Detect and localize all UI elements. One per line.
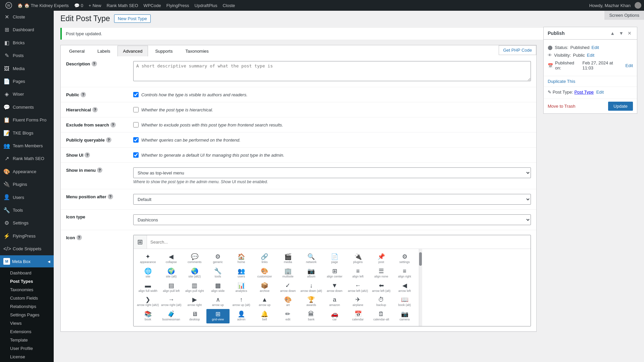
icon-item[interactable]: 🔔bell — [253, 309, 277, 323]
sidebar-item-team-members[interactable]: 👥 Team Members — [0, 140, 54, 152]
tab-advanced[interactable]: Advanced — [117, 46, 148, 56]
submenu-taxonomies[interactable]: Taxonomies — [0, 286, 54, 294]
screen-options-button[interactable]: Screen Options — [604, 11, 644, 20]
post-type-edit-link[interactable]: Edit — [596, 90, 604, 95]
icon-item[interactable]: ▤align pull left — [160, 280, 183, 295]
sidebar-item-flyingpress[interactable]: ⚡ FlyingPress — [0, 230, 54, 243]
icon-item[interactable]: ▼arrow down — [323, 280, 346, 295]
icon-item[interactable]: 👤admin — [230, 309, 253, 323]
icon-item[interactable]: ❯arrow right (alt2) — [136, 295, 160, 309]
tab-taxonomies[interactable]: Taxonomies — [180, 46, 214, 56]
icon-item[interactable]: →arrow right (alt) — [160, 295, 183, 309]
adminbar-comments[interactable]: 💬 0 — [71, 0, 86, 11]
icon-item[interactable]: 🚗car — [323, 309, 346, 323]
icon-item[interactable]: ☰align none — [369, 266, 393, 280]
icon-item[interactable]: 📌post — [369, 252, 393, 266]
adminbar-new-content[interactable]: + New — [86, 0, 104, 11]
tab-supports[interactable]: Supports — [149, 46, 178, 56]
icon-item[interactable]: ✈airplane — [346, 295, 370, 309]
duplicate-this-link[interactable]: Duplicate This — [548, 79, 575, 84]
sidebar-item-dashboard[interactable]: ⊞ Dashboard — [0, 23, 54, 36]
icon-scrollbar[interactable] — [419, 249, 422, 326]
publicly-queryable-checkbox[interactable] — [133, 137, 139, 143]
published-edit-link[interactable]: Edit — [626, 63, 633, 68]
icon-item[interactable]: aamazon — [323, 295, 346, 309]
description-help-icon[interactable]: ? — [92, 61, 97, 66]
icon-item[interactable]: 🌐site — [136, 266, 160, 280]
submenu-license[interactable]: License — [0, 353, 54, 361]
show-ui-checkbox[interactable] — [133, 152, 139, 158]
icon-item[interactable]: 🖥desktop — [183, 309, 206, 323]
show-ui-help-icon[interactable]: ? — [85, 152, 90, 158]
icon-item[interactable]: 🌏site (alt2) — [183, 266, 206, 280]
tab-general[interactable]: General — [63, 46, 90, 56]
postbox-close-button[interactable]: ✕ — [626, 30, 633, 37]
icon-item[interactable]: 📖book (alt) — [393, 295, 416, 309]
sidebar-item-closte[interactable]: ✕ Closte — [0, 11, 54, 23]
icon-item[interactable]: 📊analytics — [230, 280, 253, 295]
sidebar-item-plugins[interactable]: 🔌 Plugins — [0, 178, 54, 191]
icon-item[interactable]: ▬align full width — [136, 280, 160, 295]
status-edit-link[interactable]: Edit — [592, 45, 599, 50]
submenu-settings-pages[interactable]: Settings Pages — [0, 311, 54, 319]
submenu-template[interactable]: Template — [0, 336, 54, 344]
sidebar-item-wiser[interactable]: ◈ Wiser — [0, 88, 54, 101]
icon-item[interactable]: ⚙settings — [393, 252, 416, 266]
icon-item[interactable]: 🧳businessman — [160, 309, 183, 323]
sidebar-item-tools[interactable]: 🔧 Tools — [0, 204, 54, 217]
new-post-type-button[interactable]: New Post Type — [114, 14, 151, 23]
icon-item[interactable]: 💬comments — [183, 252, 206, 266]
icon-item[interactable]: 🎬media — [276, 252, 300, 266]
sidebar-item-appearance[interactable]: 🎨 Appearance — [0, 165, 54, 178]
post-type-value-link[interactable]: Post Type — [574, 90, 594, 95]
icon-item[interactable]: 🗓calendar-alt — [369, 309, 393, 323]
adminbar-rank-math[interactable]: Rank Math SEO — [104, 0, 141, 11]
move-to-trash-link[interactable]: Move to Trash — [548, 104, 575, 109]
icon-item[interactable]: ←arrow left (alt2) — [346, 280, 370, 295]
sidebar-item-rank-math[interactable]: ↗ Rank Math SEO — [0, 152, 54, 165]
sidebar-item-comments[interactable]: 💬 Comments — [0, 101, 54, 114]
submenu-user-profile[interactable]: User Profile — [0, 344, 54, 353]
icon-item[interactable]: ∧arrow up — [206, 295, 230, 309]
icon-item[interactable]: ⬅arrow left (alt) — [369, 280, 393, 295]
exclude-search-checkbox[interactable] — [133, 122, 139, 127]
description-textarea[interactable] — [133, 61, 531, 81]
icon-item[interactable]: ↑arrow up (alt) — [230, 295, 253, 309]
icon-item[interactable]: 📄page — [323, 252, 346, 266]
submenu-post-types[interactable]: Post Types — [0, 277, 54, 286]
icon-item[interactable]: ▶arrow right — [183, 295, 206, 309]
icon-item[interactable]: ⚙generic — [206, 252, 230, 266]
sidebar-item-code-snippets[interactable]: </> Code Snippets — [0, 243, 54, 255]
adminbar-wp-logo[interactable]: W — [3, 0, 15, 11]
postbox-collapse-up-button[interactable]: ▲ — [609, 30, 616, 37]
sidebar-item-posts[interactable]: ✎ Posts — [0, 49, 54, 62]
icon-item[interactable]: 📷album — [300, 266, 323, 280]
postbox-collapse-down-button[interactable]: ▼ — [617, 30, 625, 37]
icon-item[interactable]: ≡align left — [346, 266, 370, 280]
tab-labels[interactable]: Labels — [92, 46, 116, 56]
hierarchical-help-icon[interactable]: ? — [92, 107, 98, 112]
icon-item[interactable]: ◀collapse — [160, 252, 183, 266]
sidebar-item-media[interactable]: 🖼 Media — [0, 62, 54, 75]
icon-item[interactable]: 🎨customizer — [253, 266, 277, 280]
sidebar-item-settings[interactable]: ⚙ Settings — [0, 217, 54, 229]
show-in-menu-select[interactable]: Show as top-level menu Default None — [133, 167, 531, 178]
adminbar-closte[interactable]: Closte — [220, 0, 238, 11]
icon-item[interactable]: 🔌plugins — [346, 252, 370, 266]
sidebar-item-users[interactable]: 👤 Users — [0, 191, 54, 204]
icon-item[interactable]: ▩align wide — [206, 280, 230, 295]
icon-item[interactable]: ⊞align center — [323, 266, 346, 280]
submenu-dashboard[interactable]: Dashboard — [0, 269, 54, 277]
get-php-code-button[interactable]: Get PHP Code — [499, 45, 536, 55]
icon-item[interactable]: 📅calendar — [346, 309, 370, 323]
icon-type-select[interactable]: Dashicons Custom URL None — [133, 214, 531, 225]
exclude-search-help-icon[interactable]: ? — [110, 122, 116, 127]
show-in-menu-help-icon[interactable]: ? — [97, 167, 102, 173]
icon-item[interactable]: ✓arrow down — [276, 280, 300, 295]
submenu-custom-fields[interactable]: Custom Fields — [0, 294, 54, 302]
icon-item[interactable]: ↓arrow down (alt) — [300, 280, 323, 295]
icon-item[interactable]: ⏱backup — [369, 295, 393, 309]
update-button[interactable]: Update — [608, 102, 633, 111]
public-help-icon[interactable]: ? — [81, 92, 86, 97]
submenu-extensions[interactable]: Extensions — [0, 327, 54, 336]
